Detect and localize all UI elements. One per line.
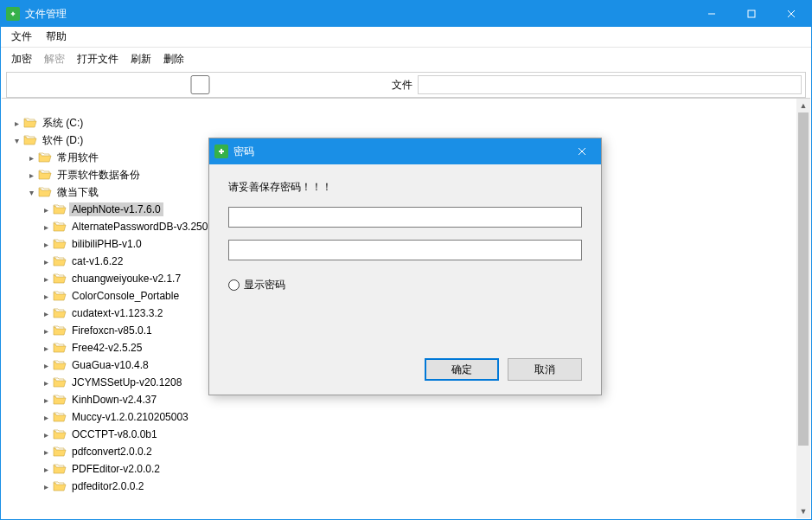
tree-twisty-icon[interactable]: ▸ [40, 378, 52, 388]
file-label: 文件 [392, 78, 412, 93]
tree-twisty-icon[interactable]: ▸ [40, 482, 52, 491]
toolbar: 加密 解密 打开文件 刷新 删除 [1, 48, 811, 70]
folder-icon [53, 411, 67, 423]
password-input-1[interactable] [228, 207, 582, 228]
tree-item[interactable]: ▸pdfeditor2.0.0.2 [10, 478, 788, 495]
tree-item-label: pdfconvert2.0.0.2 [69, 445, 155, 459]
tree-drive-c[interactable]: ▸系统 (C:) [10, 114, 788, 132]
tree-twisty-icon[interactable]: ▾ [10, 136, 22, 145]
tree-item-label: AlternatePasswordDB-v3.250 [69, 220, 210, 234]
tree-item-label: 开票软件数据备份 [54, 167, 143, 183]
tree-twisty-icon[interactable]: ▸ [40, 395, 52, 405]
dialog-close-button[interactable] [563, 138, 601, 164]
folder-icon [53, 238, 67, 250]
folder-icon [53, 376, 67, 388]
tree-twisty-icon[interactable]: ▸ [10, 119, 22, 128]
tree-item-label: cudatext-v1.123.3.2 [69, 306, 165, 320]
tree-twisty-icon[interactable]: ▸ [40, 222, 52, 232]
password-dialog: 密码 请妥善保存密码！！！ 显示密码 确定 取消 [208, 138, 602, 395]
folder-icon [38, 169, 52, 181]
toolbar-open-file[interactable]: 打开文件 [72, 50, 124, 68]
tree-twisty-icon[interactable]: ▸ [40, 447, 52, 457]
ok-button[interactable]: 确定 [425, 358, 499, 381]
tree-item-label: KinhDown-v2.4.37 [69, 393, 159, 407]
tree-item-label: 系统 (C:) [40, 115, 86, 132]
folder-icon [53, 394, 67, 406]
folder-icon [53, 359, 67, 371]
minimize-button[interactable] [692, 1, 732, 27]
password-input-2[interactable] [228, 240, 582, 260]
file-checkbox[interactable] [12, 75, 388, 94]
tree-item-label: chuangweiyouke-v2.1.7 [69, 272, 183, 286]
tree-twisty-icon[interactable]: ▸ [40, 274, 52, 284]
tree-twisty-icon[interactable]: ▸ [40, 361, 52, 370]
tree-item-label: bilibiliPHB-v1.0 [69, 237, 144, 251]
tree-item-label: Free42-v2.5.25 [69, 341, 144, 355]
scrollbar-track[interactable] [796, 112, 810, 504]
tree-twisty-icon[interactable]: ▾ [25, 188, 37, 197]
folder-icon [23, 134, 37, 146]
folder-icon [53, 255, 67, 267]
folder-icon [38, 186, 52, 198]
tree-twisty-icon[interactable]: ▸ [40, 430, 52, 440]
tree-twisty-icon[interactable]: ▸ [40, 205, 52, 215]
tree-twisty-icon[interactable]: ▸ [25, 170, 37, 180]
svg-rect-1 [748, 10, 755, 17]
vertical-scrollbar[interactable]: ▲ ▼ [796, 99, 810, 518]
tree-item[interactable]: ▸PDFEditor-v2.0.0.2 [10, 460, 788, 478]
folder-icon [53, 290, 67, 302]
window-buttons [692, 1, 811, 27]
maximize-button[interactable] [732, 1, 771, 27]
folder-icon [23, 117, 37, 129]
folder-icon [53, 463, 67, 475]
tree-twisty-icon[interactable]: ▸ [40, 292, 52, 301]
show-password-row[interactable]: 显示密码 [228, 278, 582, 292]
tree-item-label: 常用软件 [54, 150, 101, 166]
tree-item-label: cat-v1.6.22 [69, 254, 125, 268]
scroll-down-icon[interactable]: ▼ [796, 504, 810, 518]
tree-item-label: Firefoxcn-v85.0.1 [69, 324, 155, 337]
dialog-message: 请妥善保存密码！！！ [228, 180, 582, 195]
tree-item[interactable]: ▸Muccy-v1.2.0.210205003 [10, 408, 788, 426]
folder-icon [53, 203, 67, 215]
menubar: 文件 帮助 [1, 27, 811, 48]
tree-twisty-icon[interactable]: ▸ [40, 326, 52, 336]
tree-item-label: JCYMSSetUp-v20.1208 [69, 376, 184, 389]
tree-twisty-icon[interactable]: ▸ [40, 309, 52, 318]
toolbar-decrypt: 解密 [39, 50, 70, 68]
menu-help[interactable]: 帮助 [39, 28, 74, 46]
cancel-button[interactable]: 取消 [508, 358, 582, 381]
tree-twisty-icon[interactable]: ▸ [40, 413, 52, 422]
dialog-titlebar: 密码 [209, 138, 601, 164]
tree-item[interactable]: ▸pdfconvert2.0.0.2 [10, 443, 788, 460]
folder-icon [53, 480, 67, 492]
app-title: 文件管理 [25, 7, 692, 22]
tree-item-label: 微当下载 [54, 184, 101, 201]
toolbar-delete[interactable]: 删除 [158, 50, 189, 68]
file-path-input[interactable] [418, 75, 802, 94]
titlebar: 文件管理 [1, 1, 811, 27]
tree-item-label: PDFEditor-v2.0.0.2 [69, 462, 163, 476]
dialog-body: 请妥善保存密码！！！ 显示密码 [209, 164, 601, 308]
menu-file[interactable]: 文件 [4, 28, 39, 46]
folder-icon [38, 151, 52, 164]
folder-icon [53, 324, 67, 337]
tree-twisty-icon[interactable]: ▸ [25, 153, 37, 163]
folder-icon [53, 342, 67, 354]
app-icon [6, 7, 20, 21]
tree-twisty-icon[interactable]: ▸ [40, 240, 52, 249]
tree-item-label: Muccy-v1.2.0.210205003 [69, 410, 191, 424]
toolbar-encrypt[interactable]: 加密 [6, 50, 37, 68]
tree-twisty-icon[interactable]: ▸ [40, 465, 52, 474]
scroll-up-icon[interactable]: ▲ [796, 99, 810, 112]
folder-icon [53, 273, 67, 285]
tree-twisty-icon[interactable]: ▸ [40, 343, 52, 353]
scrollbar-thumb[interactable] [798, 112, 809, 446]
tree-item-label: AlephNote-v1.7.6.0 [69, 202, 163, 216]
tree-item[interactable]: ▸OCCTPT-v8.0.0b1 [10, 426, 788, 443]
show-password-radio[interactable] [228, 279, 240, 291]
close-button[interactable] [771, 1, 811, 27]
tree-twisty-icon[interactable]: ▸ [40, 257, 52, 266]
toolbar-refresh[interactable]: 刷新 [125, 50, 157, 68]
folder-icon [53, 446, 67, 458]
